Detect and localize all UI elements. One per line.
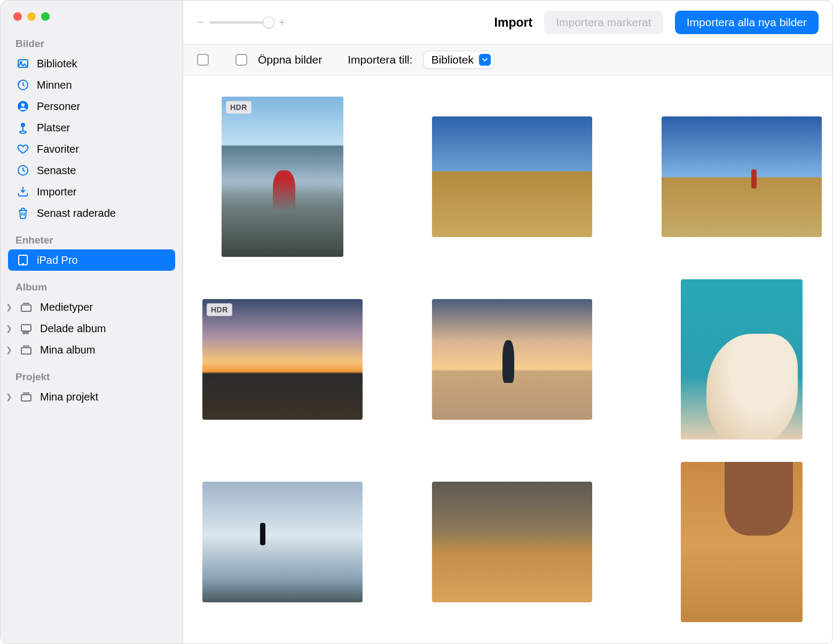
hdr-badge: HDR bbox=[226, 101, 252, 114]
svg-rect-12 bbox=[21, 325, 31, 331]
fullscreen-window-button[interactable] bbox=[41, 12, 50, 21]
photo-cell[interactable] bbox=[432, 279, 592, 439]
sidebar-section-projects: Projekt bbox=[8, 360, 175, 386]
sidebar-item-label: Platser bbox=[37, 122, 70, 134]
toolbar: − + Import Importera markerat Importera … bbox=[183, 1, 832, 44]
import-option-bar: Öppna bilder Importera till: Bibliotek bbox=[183, 44, 832, 75]
chevron-right-icon[interactable]: ❯ bbox=[6, 303, 12, 311]
zoom-out-button[interactable]: − bbox=[197, 15, 204, 29]
sidebar-item-device-ipad[interactable]: iPad Pro bbox=[8, 249, 175, 271]
svg-point-13 bbox=[23, 332, 25, 334]
sidebar-item-my-projects[interactable]: ❯ Mina projekt bbox=[8, 386, 175, 407]
sidebar-item-shared-albums[interactable]: ❯ Delade album bbox=[8, 318, 175, 339]
album-icon bbox=[20, 343, 33, 356]
shared-album-icon bbox=[20, 322, 33, 335]
svg-rect-11 bbox=[21, 305, 31, 311]
sidebar-item-memories[interactable]: Minnen bbox=[8, 74, 175, 96]
zoom-in-button[interactable]: + bbox=[279, 15, 286, 29]
sidebar-item-places[interactable]: Platser bbox=[8, 117, 175, 138]
chevron-down-icon bbox=[479, 54, 491, 66]
trash-icon bbox=[17, 207, 29, 219]
photo-thumbnail[interactable] bbox=[681, 462, 803, 622]
sidebar-item-label: Delade album bbox=[40, 323, 106, 335]
svg-point-7 bbox=[20, 131, 26, 133]
sidebar-item-label: Minnen bbox=[37, 79, 72, 91]
svg-point-4 bbox=[21, 103, 25, 106]
sidebar-item-favorites[interactable]: Favoriter bbox=[8, 138, 175, 160]
places-icon bbox=[17, 121, 29, 134]
zoom-control: − + bbox=[197, 15, 286, 29]
photo-cell[interactable] bbox=[202, 462, 363, 622]
chevron-right-icon[interactable]: ❯ bbox=[6, 392, 12, 401]
import-to-label: Importera till: bbox=[348, 53, 412, 66]
heart-icon bbox=[17, 143, 29, 155]
photo-cell[interactable] bbox=[662, 97, 822, 257]
sidebar-item-media-types[interactable]: ❯ Medietyper bbox=[8, 296, 175, 318]
photo-thumbnail[interactable] bbox=[202, 482, 363, 602]
photo-cell[interactable]: HDR bbox=[202, 279, 363, 439]
hdr-badge: HDR bbox=[207, 303, 232, 316]
chevron-right-icon[interactable]: ❯ bbox=[6, 324, 12, 333]
photo-thumbnail[interactable] bbox=[432, 299, 592, 420]
sidebar-item-recents[interactable]: Senaste bbox=[8, 160, 175, 181]
import-all-button[interactable]: Importera alla nya bilder bbox=[675, 11, 819, 34]
sidebar-section-photos: Bilder bbox=[8, 27, 175, 53]
sidebar-item-my-albums[interactable]: ❯ Mina album bbox=[8, 339, 175, 360]
import-selected-button[interactable]: Importera markerat bbox=[544, 11, 663, 34]
sidebar-item-library[interactable]: Bibliotek bbox=[8, 53, 175, 74]
sidebar-item-label: Personer bbox=[37, 100, 80, 113]
svg-rect-16 bbox=[21, 395, 31, 401]
sidebar-item-label: Mina album bbox=[40, 344, 95, 356]
photo-cell[interactable] bbox=[432, 462, 592, 622]
photo-cell[interactable] bbox=[662, 279, 822, 439]
people-icon bbox=[17, 100, 29, 113]
sidebar-item-label: Senaste bbox=[37, 164, 76, 177]
sidebar-item-people[interactable]: Personer bbox=[8, 96, 175, 117]
sidebar-item-recently-deleted[interactable]: Senast raderade bbox=[8, 202, 175, 224]
photo-thumbnail[interactable]: HDR bbox=[202, 299, 363, 420]
sidebar-item-label: Medietyper bbox=[40, 301, 93, 313]
photo-thumbnail[interactable] bbox=[681, 279, 803, 439]
sidebar-section-albums: Album bbox=[8, 271, 175, 296]
memories-icon bbox=[17, 78, 29, 91]
photo-grid-area: HDRHDR bbox=[183, 75, 832, 643]
main-content: − + Import Importera markerat Importera … bbox=[183, 1, 832, 643]
photo-thumbnail[interactable]: HDR bbox=[222, 97, 343, 257]
sidebar-item-label: Senast raderade bbox=[37, 207, 116, 219]
photo-cell[interactable] bbox=[662, 462, 822, 622]
photo-thumbnail[interactable] bbox=[662, 116, 822, 237]
sidebar-item-label: Importer bbox=[37, 186, 76, 198]
stack-icon bbox=[20, 301, 33, 313]
sidebar-section-devices: Enheter bbox=[8, 224, 175, 249]
clock-icon bbox=[17, 164, 29, 177]
project-icon bbox=[20, 390, 33, 403]
import-to-select[interactable]: Bibliotek bbox=[423, 51, 494, 69]
toolbar-title: Import bbox=[494, 15, 533, 30]
sidebar-item-label: Favoriter bbox=[37, 143, 79, 155]
import-to-value: Bibliotek bbox=[431, 53, 474, 66]
chevron-right-icon[interactable]: ❯ bbox=[6, 345, 12, 354]
sidebar-item-label: iPad Pro bbox=[37, 254, 78, 266]
close-window-button[interactable] bbox=[13, 12, 22, 21]
select-all-checkbox[interactable] bbox=[197, 54, 209, 66]
sidebar-item-imports[interactable]: Importer bbox=[8, 181, 175, 202]
svg-point-14 bbox=[26, 332, 28, 334]
zoom-slider-thumb[interactable] bbox=[263, 17, 274, 28]
import-icon bbox=[17, 185, 29, 198]
photo-grid: HDRHDR bbox=[202, 97, 813, 622]
minimize-window-button[interactable] bbox=[27, 12, 36, 21]
open-photos-checkbox[interactable] bbox=[235, 54, 247, 66]
zoom-slider[interactable] bbox=[209, 21, 273, 23]
sidebar: Bilder Bibliotek Minnen Personer Platser bbox=[1, 1, 183, 643]
photo-thumbnail[interactable] bbox=[432, 116, 592, 237]
photo-cell[interactable]: HDR bbox=[202, 97, 363, 257]
photo-thumbnail[interactable] bbox=[432, 482, 592, 602]
open-photos-label: Öppna bilder bbox=[258, 53, 322, 66]
svg-rect-15 bbox=[21, 348, 31, 354]
sidebar-item-label: Mina projekt bbox=[40, 391, 98, 403]
ipad-icon bbox=[17, 254, 29, 266]
app-window: Bilder Bibliotek Minnen Personer Platser bbox=[0, 0, 833, 644]
photo-cell[interactable] bbox=[432, 97, 592, 257]
library-icon bbox=[17, 57, 29, 70]
window-controls bbox=[8, 1, 175, 27]
